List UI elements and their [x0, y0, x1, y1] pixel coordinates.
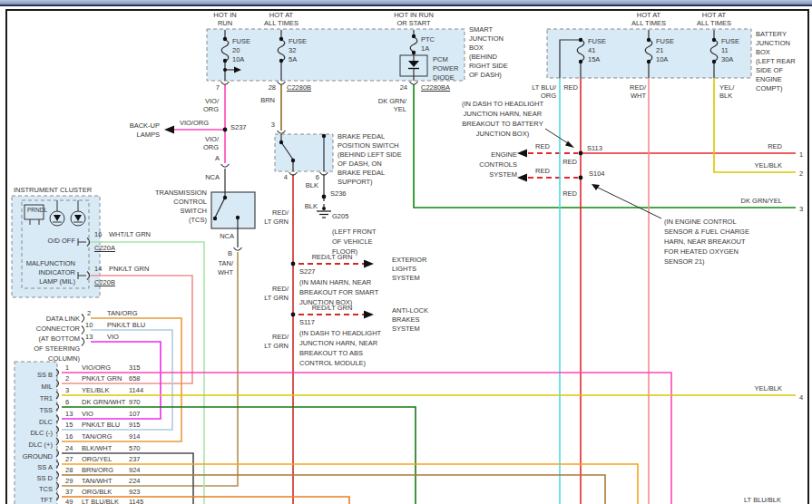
wire-label: DIODE	[433, 73, 455, 82]
wire-label: ENGINE	[491, 150, 517, 159]
wire-label: 107	[129, 410, 141, 418]
wire-label: JUNCTION BOX)	[476, 130, 529, 138]
splice-S236: S236	[322, 195, 327, 199]
wire-label: OR START	[396, 19, 430, 27]
wire-label: 1	[65, 363, 69, 372]
wire-label: G205	[332, 212, 348, 220]
splice-S104: S104	[579, 176, 583, 180]
wire-label: DLC	[39, 418, 53, 426]
wire-label: (BEHIND LEFT SIDE	[338, 150, 402, 159]
wire-label: 11	[721, 46, 729, 54]
wire-label: 15A	[588, 55, 600, 63]
abs-arrow	[364, 311, 374, 319]
wire-label: 658	[129, 374, 141, 383]
wire-label: VIO	[107, 333, 119, 341]
wire-label: EXTERIOR	[392, 256, 426, 264]
wire-label: 915	[129, 421, 141, 429]
wire-label: DK GRN/	[378, 97, 406, 105]
wire-label: ANTI-LOCK	[392, 306, 428, 315]
wire-label: JUNCTION	[756, 39, 790, 47]
wire-label: RED/LT GRN	[312, 304, 353, 312]
wire-label: 24	[400, 83, 407, 92]
backup-lamps-arrow	[164, 126, 174, 134]
wire-label: MIL	[41, 383, 53, 391]
wire-label: PNK/LT BLU	[107, 321, 145, 329]
wire-label: ORG	[203, 105, 219, 113]
wire-label: 28	[269, 83, 276, 92]
wire-label: ORG/BLK	[82, 488, 112, 496]
wire-label: 41	[588, 46, 595, 54]
wire-label: BRN/ORG	[82, 466, 113, 474]
wire-label: BREAKOUT FOR SMART	[299, 288, 378, 296]
wire-label: 4	[799, 393, 803, 402]
wire-label: COLUMN)	[48, 354, 80, 363]
wire-label: 3	[799, 205, 803, 213]
wire-label: CONTROL	[173, 198, 207, 206]
wire-label: 14	[94, 265, 102, 273]
wire-label: BLK	[719, 92, 732, 100]
wire-label: (LEFT FRONT	[332, 228, 377, 236]
wire-label: CONNECTOR	[36, 325, 80, 333]
wire-label: 10A	[232, 55, 244, 63]
wire-label: LT BLU/BLK	[744, 496, 781, 504]
engine-controls-arrow-2	[517, 174, 527, 182]
wire-label: S237	[230, 123, 247, 131]
wire-label: (IN MAIN HARN, NEAR	[299, 278, 371, 286]
wire-label: 21	[656, 46, 663, 54]
wire-label: BRAKE PEDAL	[338, 169, 385, 177]
wire-label: (AT BOTTOM	[39, 334, 80, 343]
wire-label: 2	[799, 170, 803, 178]
wire-label: 7	[216, 83, 220, 92]
wire-label: ENGINE	[756, 75, 782, 83]
wire-label: (TCS)	[189, 216, 207, 224]
wire-label: LIGHTS	[392, 265, 416, 273]
wire-label: C220B	[94, 278, 115, 286]
wire-label: TR1	[40, 394, 53, 402]
wire-label: INSTRUMENT CLUSTER	[14, 186, 92, 194]
wire-label: BOX	[469, 44, 484, 52]
wire-label: HOT AT	[637, 11, 660, 19]
wire-label: NCA	[205, 173, 220, 181]
splice-S227: S227	[291, 262, 296, 267]
wire-label: ALL TIMES	[264, 19, 298, 27]
wire-label: RED	[563, 189, 577, 198]
wire-label: SS A	[37, 463, 53, 471]
wire-label: LAMP (MIL)	[39, 277, 75, 286]
wire-label: COMPT)	[756, 84, 783, 92]
wire-label: O/D OFF	[48, 237, 75, 245]
wire-label: TSS	[39, 406, 53, 414]
wire-label: 27	[65, 455, 73, 463]
wire-label: RED/	[272, 333, 289, 341]
wire-label: SUPPORT)	[338, 178, 373, 186]
wire-label: BATTERY	[756, 30, 787, 38]
wire-label: TCS	[39, 485, 53, 493]
wiring-diagram-page: fuse20-feed-stubfuse20-outfuse20-branchf…	[0, 0, 812, 504]
splice-S117: S117	[291, 313, 296, 317]
wire-label: 570	[129, 444, 141, 452]
wire-label: SYSTEM	[392, 325, 420, 333]
wire-label: TFT	[40, 496, 53, 504]
wire-label: TAN/WHT	[82, 477, 113, 485]
wire-label: NCA	[220, 232, 234, 240]
wire-label: LT BLU/	[532, 83, 556, 92]
wire-label: 29	[65, 477, 73, 485]
wire-label: LT BLU/BLK	[82, 498, 119, 504]
wire-label: WHT/LT GRN	[109, 230, 151, 238]
wire-label: BLK	[306, 181, 318, 189]
wire-label: LT GRN	[264, 294, 289, 302]
splice-S113: S113	[579, 151, 583, 156]
wire-label: 914	[129, 432, 141, 441]
wire-label: POWER	[433, 64, 458, 73]
wire-label: PNK/LT GRN	[109, 265, 149, 273]
wire-label: 20	[232, 46, 240, 54]
wire-label: BOX	[756, 48, 770, 56]
wire-label: 315	[129, 363, 141, 372]
wire-label: 28	[65, 466, 73, 474]
wire-label: C2280B	[287, 83, 311, 92]
wire-label: RED/LT GRN	[312, 253, 353, 261]
wire-label: DK GRN/YEL	[741, 197, 782, 205]
wire-label: FOR HEATED OXYGEN	[664, 247, 739, 256]
wire-label: FUSE	[656, 37, 674, 45]
wire-label: SWITCH	[180, 207, 207, 215]
wire-label: 2	[65, 374, 69, 383]
